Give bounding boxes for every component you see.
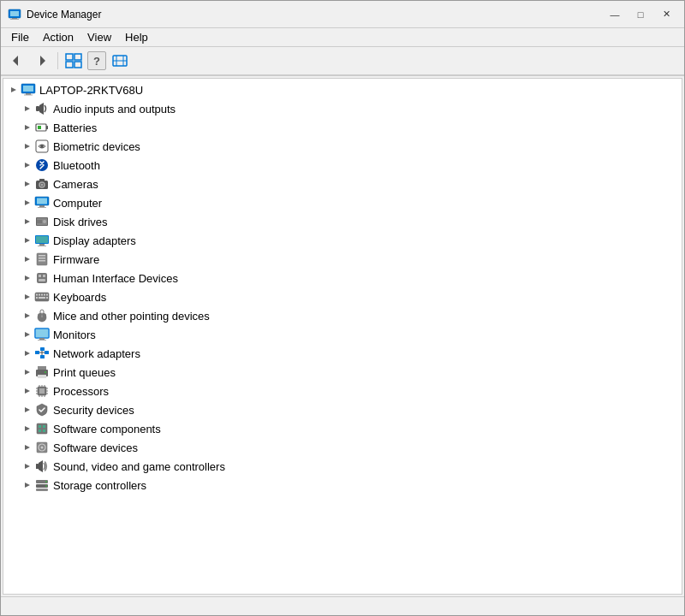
svg-rect-47: [36, 236, 48, 243]
item-expander[interactable]: [21, 102, 34, 116]
svg-marker-120: [25, 464, 30, 469]
svg-marker-28: [25, 163, 30, 168]
list-item[interactable]: Firmware: [17, 250, 682, 269]
item-expander[interactable]: [21, 422, 34, 435]
item-expander[interactable]: [21, 139, 34, 153]
item-expander[interactable]: [21, 441, 34, 454]
list-item[interactable]: Software devices: [17, 438, 682, 457]
menu-action[interactable]: Action: [36, 29, 80, 45]
svg-rect-3: [10, 19, 19, 20]
list-item[interactable]: Print queues: [17, 363, 682, 382]
svg-rect-111: [37, 424, 47, 434]
root-expander[interactable]: [7, 83, 21, 97]
back-button[interactable]: [4, 50, 28, 72]
svg-rect-16: [23, 86, 33, 92]
svg-point-126: [45, 481, 47, 483]
item-expander[interactable]: [21, 121, 34, 134]
svg-rect-1: [10, 11, 19, 16]
svg-rect-6: [66, 54, 73, 60]
svg-marker-110: [25, 426, 30, 431]
svg-marker-71: [25, 313, 30, 318]
svg-rect-57: [39, 275, 41, 277]
security-icon: [34, 403, 50, 417]
list-item[interactable]: Computer: [17, 193, 682, 212]
item-expander[interactable]: [21, 271, 34, 285]
item-label: Monitors: [53, 329, 96, 341]
list-item[interactable]: Human Interface Devices: [17, 269, 682, 287]
item-expander[interactable]: [21, 234, 34, 247]
svg-rect-23: [46, 126, 48, 129]
svg-rect-65: [44, 294, 45, 296]
item-expander[interactable]: [21, 365, 34, 379]
svg-marker-4: [13, 56, 18, 66]
tree-root[interactable]: LAPTOP-2RKTV68U: [3, 80, 682, 99]
svg-rect-20: [36, 106, 39, 111]
svg-rect-115: [43, 429, 45, 432]
hid-icon: [34, 271, 50, 285]
item-expander[interactable]: [21, 328, 34, 341]
svg-rect-112: [39, 425, 41, 428]
list-item[interactable]: Biometric devices: [17, 137, 682, 156]
item-expander[interactable]: [21, 196, 34, 210]
item-expander[interactable]: [21, 215, 34, 228]
status-bar: [1, 596, 684, 615]
bluetooth-icon: [34, 158, 50, 172]
svg-rect-8: [66, 62, 73, 68]
toolbar-btn-1[interactable]: [62, 50, 86, 72]
svg-point-127: [45, 485, 47, 487]
toolbar-btn-help[interactable]: ?: [87, 51, 106, 70]
svg-marker-116: [25, 445, 30, 450]
menu-file[interactable]: File: [4, 29, 36, 45]
item-expander[interactable]: [21, 384, 34, 398]
item-expander[interactable]: [21, 290, 34, 304]
software-components-icon: [34, 422, 50, 435]
item-label: Bluetooth: [53, 159, 100, 172]
minimize-button[interactable]: —: [604, 6, 626, 23]
svg-rect-67: [36, 297, 38, 299]
firmware-icon: [34, 252, 50, 266]
list-item[interactable]: Keyboards: [17, 287, 682, 306]
list-item[interactable]: Mice and other pointing devices: [17, 306, 682, 325]
list-item[interactable]: Bluetooth: [17, 156, 682, 175]
list-item[interactable]: Audio inputs and outputs: [17, 99, 682, 118]
svg-marker-5: [40, 56, 45, 66]
menu-view[interactable]: View: [80, 29, 118, 45]
item-expander[interactable]: [21, 252, 34, 266]
list-item[interactable]: Disk drives: [17, 212, 682, 231]
svg-rect-7: [74, 54, 81, 60]
list-item[interactable]: Display adapters: [17, 231, 682, 250]
svg-marker-45: [25, 238, 30, 243]
item-expander[interactable]: [21, 459, 34, 473]
item-label: Display adapters: [53, 234, 136, 247]
item-expander[interactable]: [21, 158, 34, 172]
list-item[interactable]: Sound, video and game controllers: [17, 457, 682, 476]
svg-rect-92: [38, 375, 46, 378]
network-icon: [34, 346, 50, 360]
forward-button[interactable]: [30, 50, 54, 72]
list-item[interactable]: Software components: [17, 419, 682, 438]
close-button[interactable]: ✕: [655, 6, 677, 23]
maximize-button[interactable]: □: [629, 6, 652, 23]
item-expander[interactable]: [21, 478, 34, 492]
svg-marker-19: [25, 106, 30, 111]
list-item[interactable]: Batteries: [17, 118, 682, 137]
list-item[interactable]: Processors: [17, 382, 682, 400]
list-item[interactable]: Cameras: [17, 175, 682, 193]
svg-marker-109: [25, 407, 30, 412]
tree-view[interactable]: LAPTOP-2RKTV68U Audio: [3, 79, 682, 594]
list-item[interactable]: Security devices: [17, 400, 682, 419]
svg-rect-80: [38, 340, 46, 341]
device-manager-window: Device Manager — □ ✕ File Action View He…: [0, 0, 685, 616]
list-item[interactable]: Monitors: [17, 325, 682, 344]
item-expander[interactable]: [21, 403, 34, 417]
list-item[interactable]: Storage controllers: [17, 476, 682, 495]
menu-help[interactable]: Help: [118, 29, 155, 45]
item-expander[interactable]: [21, 177, 34, 191]
item-label: Network adapters: [53, 347, 140, 360]
toolbar-btn-3[interactable]: [108, 50, 132, 72]
svg-rect-37: [37, 198, 47, 204]
item-expander[interactable]: [21, 309, 34, 323]
item-expander[interactable]: [21, 346, 34, 360]
list-item[interactable]: Network adapters: [17, 344, 682, 363]
title-bar-controls: — □ ✕: [604, 6, 677, 23]
